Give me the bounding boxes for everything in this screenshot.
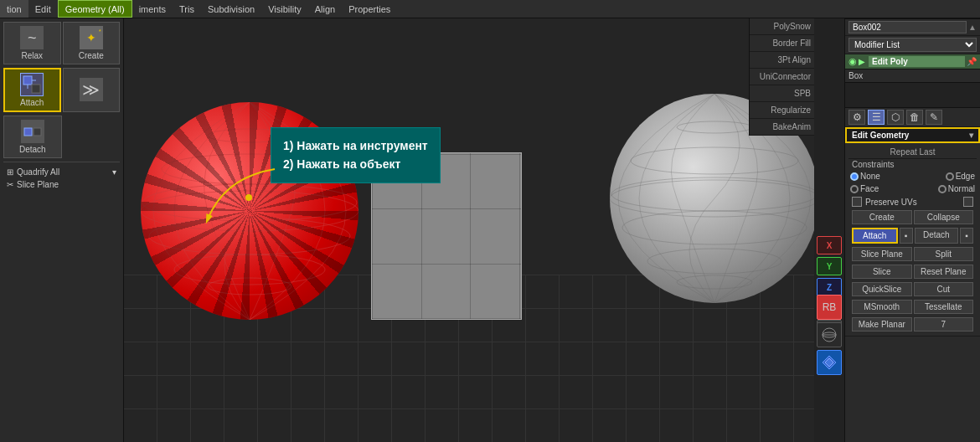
face-label: Face [860,184,879,193]
preserve-uvs-extra[interactable] [963,197,973,207]
cut-btn[interactable]: Cut [914,282,974,296]
collapse-btn[interactable]: Collapse [914,210,974,224]
constraint-edge[interactable]: Edge [946,172,975,181]
svg-point-11 [174,254,325,285]
border-fill-button[interactable]: Border Fill [750,35,814,52]
mod-delete-icon[interactable]: 🗑 [906,110,923,125]
modifier-editpoly-label: Edit Poly [869,56,965,67]
attach-options-icon: ▪ [905,231,908,240]
mssmooth-btn[interactable]: MSmooth [852,300,912,314]
polysnow-button[interactable]: PolySnow [750,18,814,35]
bakeanim-button[interactable]: BakeAnim [750,119,814,136]
quickslice-btn[interactable]: QuickSlice [852,282,912,296]
mssmooth-tessellate-row: MSmooth Tessellate [848,298,977,316]
mod-settings-icon[interactable]: ⚙ [848,110,865,125]
spb-button[interactable]: SPB [750,85,814,102]
modifier-pin-icon[interactable]: 📌 [967,57,977,66]
quickslice-cut-row: QuickSlice Cut [848,280,977,298]
svg-point-16 [611,177,818,211]
relax-icon: ~ [20,26,44,49]
regularize-button[interactable]: Regularize [750,102,814,119]
edge-radio[interactable] [946,172,954,181]
attach-panel-btn[interactable]: Attach [852,228,898,244]
create-btn[interactable]: Create [852,210,912,224]
right-panel-scroll[interactable]: ➤ Edit Geometry ▾ Repeat Last Constraint… [845,127,980,442]
svg-rect-0 [23,76,32,85]
svg-point-15 [631,147,798,174]
create-button[interactable]: ✦ * Create [63,22,121,64]
menu-item-visibility[interactable]: Visibility [261,0,308,18]
menu-item-properties[interactable]: Properties [342,0,397,18]
slice-icon: ✂ [7,180,13,189]
arrow-icon: ≫ [80,78,103,101]
constraints-face-row: Face Normal [848,182,977,195]
menu-item-subdivision[interactable]: Subdivision [201,0,261,18]
split-btn[interactable]: Split [914,247,974,261]
menu-item-iments[interactable]: iments [132,0,173,18]
edit-geometry-header[interactable]: Edit Geometry ▾ [845,127,980,143]
relax-label: Relax [21,51,43,60]
axis-x-button[interactable]: X [817,236,842,254]
none-radio[interactable] [850,172,859,181]
detach-panel-btn[interactable]: Detach [915,228,959,244]
uniconnector-button[interactable]: UniConnector [750,69,814,85]
attach-button[interactable]: Attach [3,68,61,112]
slice-btn[interactable]: Slice [852,265,912,279]
relax-button[interactable]: ~ Relax [3,22,61,64]
create-collapse-row: Create Collapse [848,208,977,226]
slice-reset-row: Slice Reset Plane [848,263,977,280]
align-3pt-button[interactable]: 3Pt Align [750,52,814,69]
arrow-icon: ▶ [859,57,865,66]
constraint-normal[interactable]: Normal [938,184,975,193]
number-btn[interactable]: 7 [914,317,974,332]
menu-item-edit[interactable]: Edit [28,0,58,18]
tessellate-btn[interactable]: Tessellate [914,300,974,314]
mod-edit-icon[interactable]: ✎ [926,110,942,125]
poly-sidebar: PolySnow Border Fill 3Pt Align UniConnec… [749,18,814,136]
axis-z-button[interactable]: Z [817,278,842,296]
modifier-list-row: Modifier List [845,36,980,54]
mesh-button2[interactable] [817,350,842,375]
modifier-stack-item-box[interactable]: Box [845,69,980,83]
attach-label: Attach [20,98,44,107]
menu-item-geometry[interactable]: Geometry (All) [58,0,132,18]
makeplanar-num-row: Make Planar 7 [848,316,977,333]
axis-y-button[interactable]: Y [817,257,842,275]
constraint-none[interactable]: None [850,172,880,181]
detach-options-btn[interactable]: ▪ [960,228,973,244]
menu-item-align[interactable]: Align [308,0,342,18]
modifier-stack-item-editpoly[interactable]: ◉ ▶ Edit Poly 📌 [845,54,980,69]
slice-plane-button[interactable]: ✂ Slice Plane [3,178,120,191]
normal-radio[interactable] [938,185,946,193]
attach-arrow-button[interactable]: ≫ [63,68,121,112]
svg-point-18 [622,211,807,244]
preserve-uvs-checkbox[interactable] [852,197,862,207]
svg-point-12 [208,278,291,295]
svg-rect-4 [24,128,32,136]
viewport[interactable]: 1) Нажать на инструмент 2) Нажать на объ… [124,18,844,442]
visibility-icon[interactable]: ◉ [848,56,857,67]
reset-plane-btn[interactable]: Reset Plane [914,265,974,279]
detach-button[interactable]: Detach [3,116,62,158]
preserve-uvs-label: Preserve UVs [865,198,917,207]
menu-item-tion[interactable]: tion [0,0,28,18]
constraints-label: Constraints [848,159,977,170]
make-planar-btn[interactable]: Make Planar [852,317,912,332]
object-name-input[interactable] [848,21,967,33]
rb-button[interactable]: RB [817,295,842,320]
face-radio[interactable] [850,185,859,193]
modifier-list-dropdown[interactable]: Modifier List [848,38,977,52]
slice-plane-panel-btn[interactable]: Slice Plane [852,247,912,261]
svg-rect-5 [34,128,41,136]
modifier-icon-row: ⚙ ☰ ⬡ 🗑 ✎ [845,108,980,127]
tooltip-line1: 1) Нажать на инструмент [283,136,428,155]
edit-geometry-content: Repeat Last Constraints None Edge Face [845,143,980,337]
repeat-last-row: Repeat Last [848,146,977,159]
quadrify-button[interactable]: ⊞ Quadrify All ▾ [3,166,120,178]
mod-list-icon[interactable]: ☰ [868,110,885,125]
mod-mesh-icon[interactable]: ⬡ [887,110,904,125]
menu-item-tris[interactable]: Tris [173,0,201,18]
mesh-button1[interactable] [817,322,842,347]
constraint-face[interactable]: Face [850,184,879,193]
attach-options-btn[interactable]: ▪ [900,228,913,244]
